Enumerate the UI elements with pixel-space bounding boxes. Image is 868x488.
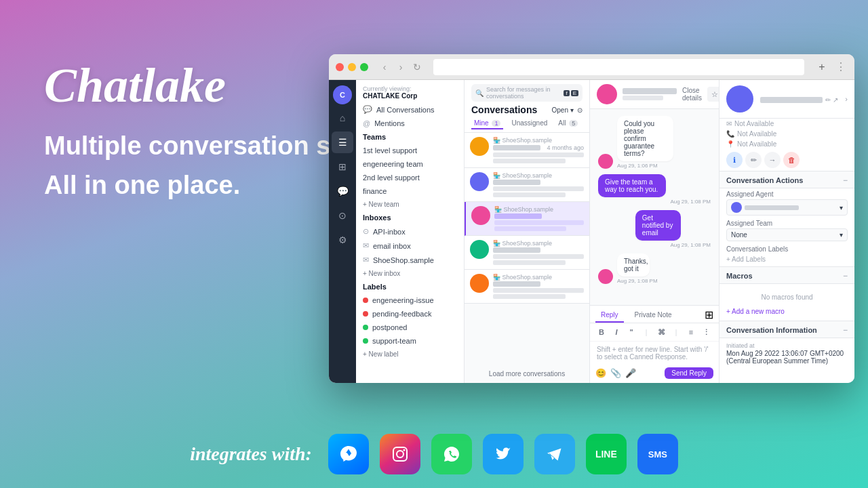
tab-all[interactable]: All 5 xyxy=(555,118,580,129)
edit-action-button[interactable]: ✏ xyxy=(745,152,762,168)
conv-preview-bar2 xyxy=(494,226,566,231)
link-out-icon[interactable]: ↗ xyxy=(833,96,838,104)
label-dot-postponed xyxy=(363,325,368,330)
nav-all-conversations[interactable]: 💬 All Conversations xyxy=(356,102,464,117)
star-button[interactable]: ☆ xyxy=(707,87,719,102)
assigned-team-row: Assigned Team None ▾ xyxy=(719,218,854,243)
new-tab-button[interactable]: + xyxy=(814,59,830,75)
more-button[interactable]: ⋮ xyxy=(834,60,848,74)
collapse-conv-info-icon[interactable]: − xyxy=(843,325,848,335)
left-nav-panel: Currently viewing: CHATLAKE Corp 💬 All C… xyxy=(356,80,465,383)
expand-icon[interactable]: ⊞ xyxy=(705,308,713,323)
reports-icon[interactable]: ⊞ xyxy=(332,156,353,178)
nav-new-label[interactable]: + New label xyxy=(356,348,464,361)
list-item[interactable]: 🏪 ShoeShop.sample xyxy=(465,270,589,304)
separator1: | xyxy=(640,326,652,338)
contacts-icon[interactable]: ⊙ xyxy=(332,205,353,226)
browser-nav: ‹ › ↻ xyxy=(378,60,424,74)
chat-actions: ☆ 🏷 xyxy=(707,87,719,102)
traffic-light-green[interactable] xyxy=(360,63,368,71)
nav-new-inbox[interactable]: + New inbox xyxy=(356,267,464,280)
nav-team-finance[interactable]: finance xyxy=(356,184,464,198)
list-item[interactable]: 🏪 ShoeShop.sample xyxy=(465,236,589,270)
message-bubble: Thanks, got it xyxy=(617,253,650,277)
line-icon[interactable]: LINE xyxy=(586,434,627,474)
edit-icon[interactable]: ✏ xyxy=(825,96,831,104)
traffic-light-red[interactable] xyxy=(336,63,344,71)
nav-label-pending[interactable]: pending-feedback xyxy=(356,307,464,321)
send-reply-button[interactable]: Send Reply xyxy=(665,367,713,379)
attachment-button[interactable]: 📎 xyxy=(610,368,621,378)
collapse-actions-icon[interactable]: − xyxy=(843,176,848,185)
list-button[interactable]: ≡ xyxy=(685,326,697,338)
collapse-macros-icon[interactable]: − xyxy=(843,271,848,281)
delete-action-button[interactable]: 🗑 xyxy=(783,152,800,168)
list-item[interactable]: 🏪 ShoeShop.sample xyxy=(465,202,589,236)
send-action-button[interactable]: → xyxy=(764,152,781,168)
traffic-light-yellow[interactable] xyxy=(348,63,356,71)
quote-button[interactable]: " xyxy=(625,326,637,338)
list-item[interactable]: 🏪 ShoeShop.sample xyxy=(465,168,589,202)
conv-source: 🏪 ShoeShop.sample xyxy=(493,172,584,179)
conv-source: 🏪 ShoeShop.sample xyxy=(494,206,584,213)
load-more-button[interactable]: Load more conversations xyxy=(465,365,589,383)
italic-button[interactable]: I xyxy=(610,326,623,338)
home-icon[interactable]: ⌂ xyxy=(332,107,353,129)
user-avatar-icon[interactable]: C xyxy=(333,85,352,104)
nav-team-2nd-level[interactable]: 2nd level support xyxy=(356,171,464,184)
twitter-icon[interactable] xyxy=(483,434,524,474)
nav-team-1st-level[interactable]: 1st level support xyxy=(356,144,464,157)
private-note-tab[interactable]: Private Note xyxy=(629,308,677,323)
assigned-team-select[interactable]: None ▾ xyxy=(726,228,848,241)
nav-label-postponed[interactable]: postponed xyxy=(356,321,464,334)
tab-unassigned[interactable]: Unassigned xyxy=(509,118,550,129)
nav-label-engineering[interactable]: engeneering-issue xyxy=(356,293,464,307)
right-panel: ✏ ↗ › ✉ Not Available 📞 Not Available 📍 … xyxy=(719,80,854,383)
messenger-icon[interactable] xyxy=(328,434,369,474)
nav-inbox-email[interactable]: ✉ email inbox xyxy=(356,239,464,253)
chat-user-name-bar xyxy=(623,88,677,94)
action-icons-row: ℹ ✏ → 🗑 xyxy=(719,149,854,171)
forward-button[interactable]: › xyxy=(394,60,408,74)
link-button[interactable]: ⌘ xyxy=(655,326,667,338)
message-time: Aug 29, 1:08 PM xyxy=(635,242,711,248)
list-item[interactable]: 🏪 ShoeShop.sample 4 months ago xyxy=(465,133,589,168)
nav-mentions[interactable]: @ Mentions xyxy=(356,117,464,130)
chat-user-info xyxy=(623,88,677,100)
assigned-agent-select[interactable]: ▾ xyxy=(726,199,848,216)
close-details-button[interactable]: Close details xyxy=(682,87,702,102)
nav-new-team[interactable]: + New team xyxy=(356,198,464,211)
nav-label-support[interactable]: support-team xyxy=(356,334,464,348)
inbox-icon[interactable]: ☰ xyxy=(332,131,353,153)
input-toolbar: B I " | ⌘ | ≡ ⋮ xyxy=(590,323,719,342)
add-labels-button[interactable]: + Add Labels xyxy=(726,254,848,264)
address-bar[interactable] xyxy=(433,59,804,75)
message-input[interactable]: Shift + enter for new line. Start with '… xyxy=(590,342,719,365)
conv-filter[interactable]: Open ▾ ⊙ xyxy=(552,106,583,114)
search-bar[interactable]: 🔍 Search for messages in conversations f… xyxy=(471,84,583,102)
nav-inbox-api[interactable]: ⊙ API-inbox xyxy=(356,224,464,239)
bold-button[interactable]: B xyxy=(595,326,608,338)
conv-preview-bar xyxy=(493,186,584,191)
instagram-icon[interactable] xyxy=(380,434,420,474)
agent-select-value xyxy=(731,202,799,213)
back-button[interactable]: ‹ xyxy=(378,60,391,74)
ordered-list-button[interactable]: ⋮ xyxy=(700,326,712,338)
info-action-button[interactable]: ℹ xyxy=(726,152,743,168)
chat-icon[interactable]: 💬 xyxy=(332,180,353,202)
nav-team-engineering[interactable]: engeneering team xyxy=(356,157,464,171)
settings-icon[interactable]: ⚙ xyxy=(332,229,353,251)
sms-icon[interactable]: SMS xyxy=(637,434,678,474)
refresh-button[interactable]: ↻ xyxy=(410,60,424,74)
collapse-right-panel[interactable]: › xyxy=(845,95,848,103)
tab-mine[interactable]: Mine 1 xyxy=(471,118,503,129)
mine-badge: 1 xyxy=(492,120,500,127)
audio-button[interactable]: 🎤 xyxy=(625,368,636,378)
reply-tab[interactable]: Reply xyxy=(595,308,624,323)
avatar xyxy=(471,206,490,225)
whatsapp-icon[interactable] xyxy=(431,434,472,474)
emoji-button[interactable]: 😊 xyxy=(595,368,606,378)
add-macro-button[interactable]: + Add a new macro xyxy=(726,306,848,317)
nav-inbox-shoeshop[interactable]: ✉ ShoeShop.sample xyxy=(356,253,464,267)
telegram-icon[interactable] xyxy=(534,434,575,474)
